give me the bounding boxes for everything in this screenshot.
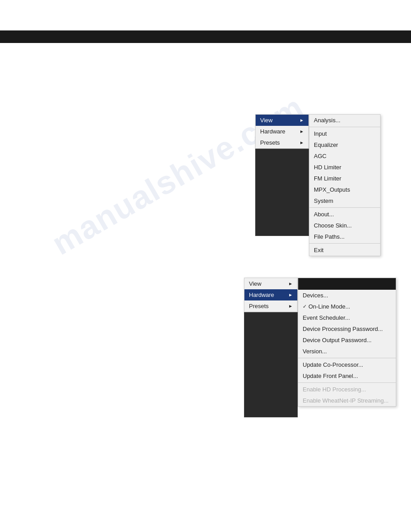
separator [298, 358, 396, 358]
menu-item-system[interactable]: System [309, 195, 380, 206]
menu-item-devices[interactable]: Devices... [298, 290, 396, 301]
separator [309, 243, 380, 244]
menu-right-header [298, 278, 396, 290]
arrow-icon: ► [288, 304, 293, 309]
menu-left-1: View ► Hardware ► Presets ► [255, 114, 309, 149]
menu-left-2: View ► Hardware ► Presets ► [244, 278, 298, 312]
menu-item-device-output-password[interactable]: Device Output Password... [298, 335, 396, 346]
menu-item-equalizer[interactable]: Equalizer [309, 139, 380, 150]
menu-item-enable-hd: Enable HD Processing... [298, 384, 396, 395]
separator [298, 382, 396, 383]
top-bar [0, 30, 411, 43]
menu-item-update-co-processor[interactable]: Update Co-Processor... [298, 359, 396, 370]
dark-panel-2 [244, 312, 298, 417]
menu-system-1: View ► Hardware ► Presets ► Analysis... … [255, 114, 381, 256]
arrow-icon: ► [288, 292, 293, 297]
menu-item-presets-2[interactable]: Presets ► [244, 300, 297, 312]
menu-item-event-scheduler[interactable]: Event Scheduler... [298, 312, 396, 323]
menu-item-device-processing-password[interactable]: Device Processing Password... [298, 323, 396, 335]
menu-system-2: View ► Hardware ► Presets ► Devices... ✓… [244, 278, 396, 417]
separator [309, 127, 380, 127]
menu-item-file-paths[interactable]: File Paths... [309, 231, 380, 242]
menu-item-about[interactable]: About... [309, 209, 380, 220]
arrow-icon: ► [300, 140, 304, 145]
menu-item-enable-wheatnet: Enable WheatNet-IP Streaming... [298, 395, 396, 406]
menu-item-update-front-panel[interactable]: Update Front Panel... [298, 370, 396, 382]
menu-item-mpx-outputs[interactable]: MPX_Outputs [309, 184, 380, 195]
menu-item-input[interactable]: Input [309, 128, 380, 139]
dark-panel-1 [255, 149, 309, 236]
menu-item-agc[interactable]: AGC [309, 150, 380, 162]
menu-item-fm-limiter[interactable]: FM Limiter [309, 173, 380, 184]
menu-item-hardware-2[interactable]: Hardware ► [244, 289, 297, 300]
arrow-icon: ► [288, 281, 293, 286]
menu-item-view-2[interactable]: View ► [244, 278, 297, 289]
menu-item-hardware-1[interactable]: Hardware ► [256, 126, 308, 137]
watermark: manualshive.com [0, 0, 411, 532]
arrow-icon: ► [300, 129, 304, 134]
menu-item-analysis[interactable]: Analysis... [309, 115, 380, 126]
menu-item-exit[interactable]: Exit [309, 245, 380, 256]
menu-right-1: Analysis... Input Equalizer AGC HD Limit… [309, 114, 381, 256]
menu-item-presets-1[interactable]: Presets ► [256, 137, 308, 148]
arrow-icon: ► [300, 118, 304, 123]
menu-item-version[interactable]: Version... [298, 346, 396, 357]
menu-right-2: Devices... ✓ On-Line Mode... Event Sched… [298, 278, 396, 407]
menu-item-view-1[interactable]: View ► [256, 115, 308, 126]
checkmark-icon: ✓ [303, 304, 307, 309]
menu-item-hd-limiter[interactable]: HD Limiter [309, 162, 380, 173]
menu-item-choose-skin[interactable]: Choose Skin... [309, 220, 380, 231]
menu-item-online-mode[interactable]: ✓ On-Line Mode... [298, 301, 396, 312]
separator [309, 207, 380, 208]
